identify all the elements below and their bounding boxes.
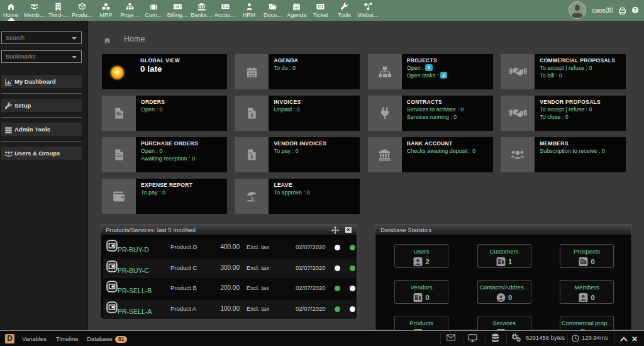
- svg-text:$: $: [250, 112, 253, 118]
- svg-text:$: $: [250, 153, 253, 160]
